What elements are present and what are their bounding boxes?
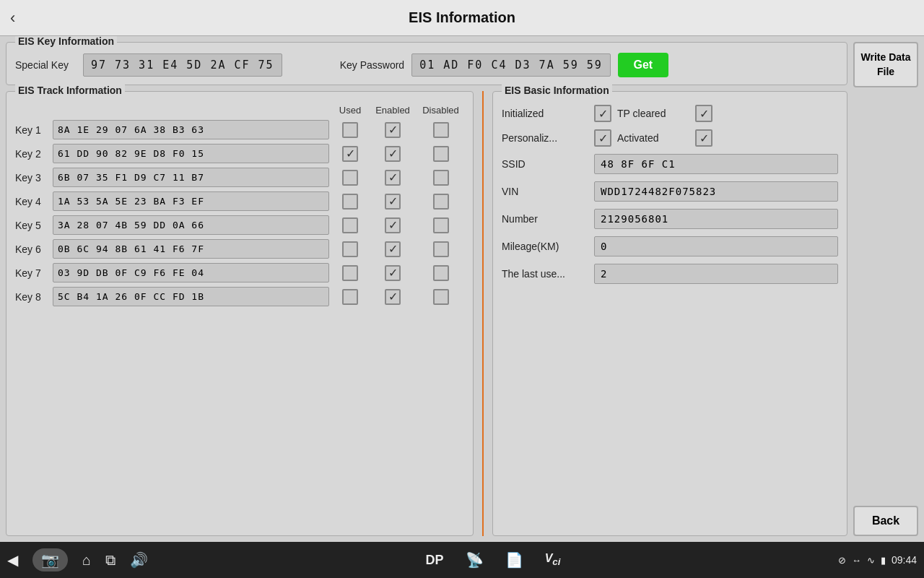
number-row: Number 2129056801 [502,209,838,229]
disabled-checkbox-cell [417,170,464,186]
used-checkbox-cell [332,217,368,233]
enabled-checkbox-cell [371,265,414,281]
key-password-label: Key Password [340,59,404,72]
key-hex-value: 1A 53 5A 5E 23 BA F3 EF [53,191,329,211]
track-rows-container: Key 1 8A 1E 29 07 6A 38 B3 63 Key 2 61 D… [15,120,464,306]
used-checkbox[interactable] [342,170,358,186]
enabled-checkbox[interactable] [385,194,401,210]
mileage-label: Mileage(KM) [502,241,588,252]
basic-checkbox-1[interactable] [594,105,611,122]
disabled-checkbox[interactable] [433,265,449,281]
disabled-checkbox[interactable] [433,217,449,233]
enabled-checkbox[interactable] [385,122,401,138]
track-row: Key 2 61 DD 90 82 9E D8 F0 15 [15,144,464,163]
vin-label: VIN [502,186,588,197]
camera-icon[interactable]: 📷 [32,548,68,571]
disabled-checkbox[interactable] [433,194,449,210]
enabled-checkbox[interactable] [385,241,401,257]
back-button-header[interactable]: ‹ [10,9,15,27]
special-key-label: Special Key [15,59,69,72]
used-checkbox[interactable] [342,122,358,138]
special-key-value: 97 73 31 E4 5D 2A CF 75 [83,53,282,77]
track-row: Key 8 5C B4 1A 26 0F CC FD 1B [15,287,464,306]
basic-checkbox-2[interactable] [695,105,712,122]
used-checkbox[interactable] [342,217,358,233]
number-value: 2129056801 [594,209,838,229]
copy-icon[interactable]: ⧉ [105,552,116,569]
key-label: Key 1 [15,124,50,136]
enabled-checkbox-cell [371,194,414,210]
disabled-checkbox-cell [417,122,464,138]
eis-track-info-group: EIS Track Information Used Enabled Disab… [6,91,474,536]
used-checkbox[interactable] [342,194,358,210]
spacer [853,93,918,500]
used-checkbox[interactable] [342,265,358,281]
basic-row-label2: TP cleared [617,108,689,119]
list-icon[interactable]: 📄 [505,551,523,569]
speaker-icon[interactable]: 🔊 [130,551,148,569]
enabled-checkbox[interactable] [385,170,401,186]
home-icon[interactable]: ⌂ [82,552,91,569]
disabled-checkbox[interactable] [433,289,449,305]
left-column: EIS Key Information Special Key 97 73 31… [6,42,847,536]
enabled-checkbox-cell [371,289,414,305]
enabled-checkbox[interactable] [385,146,401,162]
header: ‹ EIS Information [0,0,924,36]
track-row: Key 4 1A 53 5A 5E 23 BA F3 EF [15,191,464,211]
disabled-checkbox[interactable] [433,241,449,257]
col-enabled-header: Enabled [371,105,414,116]
disabled-checkbox[interactable] [433,170,449,186]
last-use-value: 2 [594,264,838,284]
used-checkbox[interactable] [342,289,358,305]
taskbar: ◀ 📷 ⌂ ⧉ 🔊 DP 📡 📄 Vci ⊘ ↔ ∿ ▮ 09:44 [0,542,924,578]
track-row: Key 3 6B 07 35 F1 D9 C7 11 B7 [15,168,464,187]
key-label: Key 8 [15,291,50,303]
get-button[interactable]: Get [618,53,668,77]
used-checkbox[interactable] [342,241,358,257]
taskbar-left: ◀ 📷 ⌂ ⧉ 🔊 [7,548,148,571]
basic-row-label2: Activated [617,132,689,144]
used-checkbox-cell [332,194,368,210]
eis-track-info-title: EIS Track Information [15,85,125,96]
enabled-checkbox[interactable] [385,265,401,281]
mileage-value: 0 [594,236,838,256]
write-data-file-button[interactable]: Write Data File [853,42,918,87]
back-nav-icon[interactable]: ◀ [7,551,18,569]
back-button[interactable]: Back [853,506,918,536]
key-hex-value: 61 DD 90 82 9E D8 F0 15 [53,144,329,163]
enabled-checkbox[interactable] [385,217,401,233]
used-checkbox[interactable] [342,146,358,162]
basic-info-row: Initialized TP cleared [502,105,838,122]
vci-icon[interactable]: Vci [545,552,561,567]
key-label: Key 5 [15,220,50,231]
key-password-value: 01 AD F0 C4 D3 7A 59 59 [411,53,611,77]
key-label: Key 6 [15,243,50,255]
key-label: Key 2 [15,148,50,160]
basic-checkbox-2[interactable] [695,129,712,147]
right-column: Write Data File Back [853,42,918,536]
used-checkbox-cell [332,289,368,305]
ssid-value: 48 8F 6F C1 [594,154,838,174]
taskbar-center: DP 📡 📄 Vci [426,551,561,569]
basic-checkbox-1[interactable] [594,129,611,147]
disabled-checkbox[interactable] [433,146,449,162]
used-checkbox-cell [332,170,368,186]
eis-key-info-group: EIS Key Information Special Key 97 73 31… [6,42,847,85]
bottom-row: EIS Track Information Used Enabled Disab… [6,91,847,536]
vin-row: VIN WDD1724482F075823 [502,181,838,202]
wifi-icon[interactable]: 📡 [466,551,484,569]
number-label: Number [502,213,588,225]
track-row: Key 5 3A 28 07 4B 59 DD 0A 66 [15,215,464,235]
mileage-row: Mileage(KM) 0 [502,236,838,256]
enabled-checkbox[interactable] [385,289,401,305]
used-checkbox-cell [332,146,368,162]
dp-icon[interactable]: DP [426,553,444,568]
ssid-label: SSID [502,158,588,170]
vertical-divider [482,91,484,536]
eis-key-info-title: EIS Key Information [15,36,117,47]
key-hex-value: 8A 1E 29 07 6A 38 B3 63 [53,120,329,139]
key-hex-value: 6B 07 35 F1 D9 C7 11 B7 [53,168,329,187]
disabled-checkbox[interactable] [433,122,449,138]
enabled-checkbox-cell [371,146,414,162]
last-use-label: The last use... [502,268,588,280]
